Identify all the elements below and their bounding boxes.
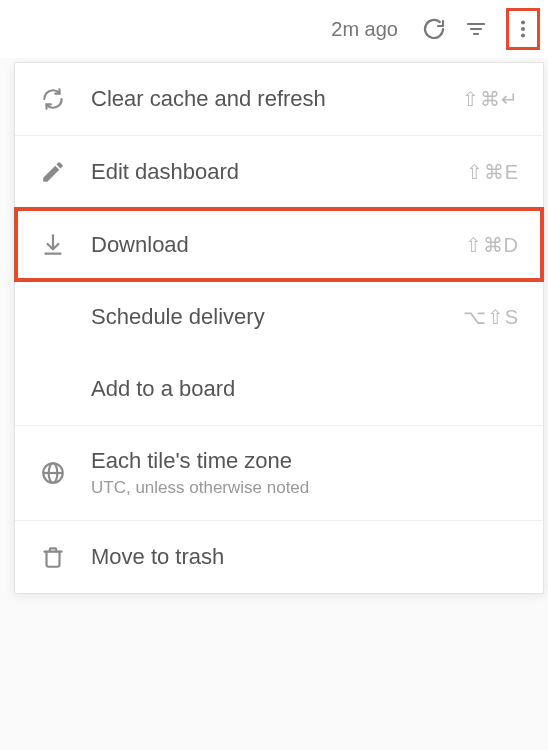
timestamp: 2m ago (331, 18, 398, 41)
menu-item-label: Move to trash (91, 544, 519, 570)
menu-item-label: Download (91, 232, 441, 258)
filter-icon[interactable] (464, 17, 488, 41)
shortcut-label: ⇧⌘D (465, 233, 519, 257)
refresh-sync-icon (39, 85, 67, 113)
shortcut-label: ⌥⇧S (463, 305, 519, 329)
menu-item-sublabel: UTC, unless otherwise noted (91, 478, 519, 498)
menu-item-edit-dashboard[interactable]: Edit dashboard ⇧⌘E (15, 135, 543, 208)
menu-item-label: Each tile's time zone (91, 448, 519, 474)
menu-item-time-zone[interactable]: Each tile's time zone UTC, unless otherw… (15, 425, 543, 520)
menu-item-download[interactable]: Download ⇧⌘D (15, 208, 543, 281)
menu-item-label: Edit dashboard (91, 159, 442, 185)
menu-item-label: Schedule delivery (91, 304, 439, 330)
menu-item-move-to-trash[interactable]: Move to trash (15, 520, 543, 593)
svg-point-4 (521, 27, 525, 31)
shortcut-label: ⇧⌘E (466, 160, 519, 184)
menu-item-label: Add to a board (91, 376, 519, 402)
refresh-icon[interactable] (422, 17, 446, 41)
menu-item-label: Clear cache and refresh (91, 86, 438, 112)
svg-point-3 (521, 21, 525, 25)
toolbar: 2m ago (0, 0, 548, 58)
svg-point-5 (521, 33, 525, 37)
menu-item-add-to-board[interactable]: Add to a board (15, 353, 543, 425)
menu-item-schedule-delivery[interactable]: Schedule delivery ⌥⇧S (15, 281, 543, 353)
shortcut-label: ⇧⌘↵ (462, 87, 519, 111)
globe-icon (39, 459, 67, 487)
menu-item-clear-cache[interactable]: Clear cache and refresh ⇧⌘↵ (15, 63, 543, 135)
pencil-icon (39, 158, 67, 186)
options-menu: Clear cache and refresh ⇧⌘↵ Edit dashboa… (14, 62, 544, 594)
more-options-button[interactable] (506, 8, 540, 50)
trash-icon (39, 543, 67, 571)
download-icon (39, 231, 67, 259)
